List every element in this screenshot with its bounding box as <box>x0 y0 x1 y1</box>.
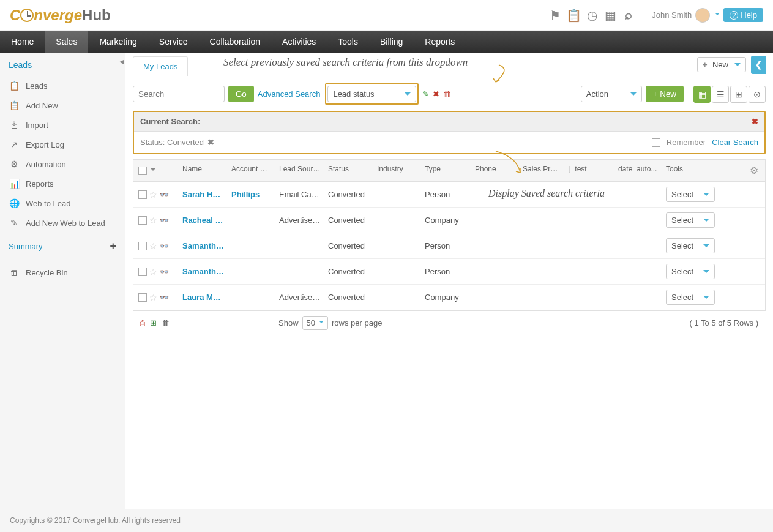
view-icon[interactable]: 👓 <box>160 268 169 276</box>
sidebar-summary[interactable]: Summary + <box>0 233 125 260</box>
sidebar-item-add-new-web-to-lead[interactable]: ✎Add New Web to Lead <box>0 213 125 233</box>
gear-icon[interactable]: ⚙ <box>743 160 765 181</box>
flag-icon[interactable]: ⚑ <box>548 8 562 23</box>
sidebar-item-add-new[interactable]: 📋Add New <box>0 96 125 115</box>
view-icon[interactable]: 👓 <box>160 216 169 225</box>
new-dropdown[interactable]: New <box>697 57 746 72</box>
cell-account[interactable] <box>228 293 275 302</box>
star-icon[interactable]: ☆ <box>149 267 157 277</box>
star-icon[interactable]: ☆ <box>149 293 157 302</box>
sidebar-item-web-to-lead[interactable]: 🌐Web to Lead <box>0 193 125 213</box>
nav-sales[interactable]: Sales <box>45 31 88 53</box>
row-action-dropdown[interactable]: Select <box>666 212 715 228</box>
page-size-dropdown[interactable]: 50 <box>302 316 328 330</box>
new-button[interactable]: + New <box>646 86 684 102</box>
col-type[interactable]: Type <box>421 160 471 181</box>
map-view-button[interactable]: ⊙ <box>749 86 766 103</box>
select-all-checkbox[interactable] <box>138 167 147 175</box>
nav-tools[interactable]: Tools <box>327 31 369 53</box>
star-icon[interactable]: ☆ <box>149 190 157 200</box>
chip-remove-icon[interactable]: ✖ <box>207 138 214 147</box>
pencil-icon[interactable]: ✎ <box>422 89 429 99</box>
user-name[interactable]: John Smith <box>652 10 692 20</box>
star-icon[interactable]: ☆ <box>149 241 157 251</box>
cell-name[interactable]: Samantha ... <box>179 262 228 281</box>
header-right: ⚑ 📋 ◷ ▦ ⌕ John Smith ?Help <box>548 8 763 23</box>
collapse-panel-button[interactable]: ❮ <box>751 56 766 74</box>
view-icon[interactable]: 👓 <box>160 242 169 250</box>
row-action-dropdown[interactable]: Select <box>666 187 715 202</box>
clear-search-link[interactable]: Clear Search <box>712 138 758 147</box>
nav-home[interactable]: Home <box>0 31 45 53</box>
trash-icon[interactable]: 🗑 <box>443 89 451 99</box>
grid-view-button[interactable]: ▦ <box>693 86 711 103</box>
col-sales-process[interactable]: Sales Proces <box>519 160 566 181</box>
view-icon[interactable]: 👓 <box>160 190 169 199</box>
row-action-dropdown[interactable]: Select <box>666 238 715 253</box>
close-icon[interactable]: ✖ <box>752 117 758 126</box>
list-view-button[interactable]: ☰ <box>712 86 729 103</box>
sidebar-recycle[interactable]: 🗑 Recycle Bin <box>0 260 125 285</box>
user-caret-icon[interactable] <box>715 13 720 18</box>
col-jtest[interactable]: j_test <box>566 160 614 181</box>
nav-reports[interactable]: Reports <box>414 31 466 53</box>
cell-account[interactable] <box>228 267 275 277</box>
cell-account[interactable] <box>228 241 275 251</box>
col-status[interactable]: Status <box>324 160 373 181</box>
col-source[interactable]: Lead Source <box>275 160 324 181</box>
pdf-icon[interactable]: ⎙ <box>140 318 145 328</box>
row-action-dropdown[interactable]: Select <box>666 290 715 305</box>
sidebar-collapse-icon[interactable]: ◂ <box>119 56 125 69</box>
excel-icon[interactable]: ⊞ <box>150 318 157 328</box>
sidebar-item-reports[interactable]: 📊Reports <box>0 174 125 193</box>
trash-icon[interactable]: 🗑 <box>162 318 170 328</box>
compass-icon[interactable]: ◷ <box>584 8 599 23</box>
saved-search-dropdown[interactable]: Lead status <box>327 86 416 102</box>
cell-account[interactable]: Phillips <box>228 185 275 204</box>
plus-icon[interactable]: + <box>110 240 116 253</box>
row-checkbox[interactable] <box>138 268 147 276</box>
sidebar-item-import[interactable]: 🗄Import <box>0 115 125 135</box>
col-industry[interactable]: Industry <box>373 160 421 181</box>
tab-my-leads[interactable]: My Leads <box>133 56 188 76</box>
action-dropdown[interactable]: Action <box>581 86 642 102</box>
search-chip[interactable]: Status: Converted✖ <box>140 138 214 147</box>
nav-activities[interactable]: Activities <box>271 31 327 53</box>
col-tools[interactable]: Tools <box>662 160 743 181</box>
sidebar-item-export-log[interactable]: ↗Export Log <box>0 135 125 154</box>
nav-collaboration[interactable]: Collaboration <box>199 31 272 53</box>
avatar[interactable] <box>695 8 710 23</box>
cell-name[interactable]: Racheal B... <box>179 211 228 230</box>
nav-service[interactable]: Service <box>148 31 199 53</box>
cell-name[interactable]: Samantha ... <box>179 236 228 255</box>
calendar-icon[interactable]: ▦ <box>603 8 618 23</box>
help-button[interactable]: ?Help <box>723 8 763 22</box>
row-checkbox[interactable] <box>138 216 147 225</box>
col-phone[interactable]: Phone <box>471 160 519 181</box>
star-icon[interactable]: ☆ <box>149 215 157 225</box>
col-date-auto[interactable]: date_auto... <box>614 160 662 181</box>
go-button[interactable]: Go <box>228 86 254 102</box>
chevron-down-icon[interactable] <box>151 168 155 173</box>
col-name[interactable]: Name <box>179 160 228 181</box>
col-account[interactable]: Account Name <box>228 160 275 181</box>
row-checkbox[interactable] <box>138 190 147 199</box>
nav-marketing[interactable]: Marketing <box>88 31 148 53</box>
sidebar-item-automation[interactable]: ⚙Automation <box>0 154 125 174</box>
nav-billing[interactable]: Billing <box>369 31 414 53</box>
cell-name[interactable]: Sarah Hoff... <box>179 185 228 204</box>
search-icon[interactable]: ⌕ <box>621 8 636 23</box>
remember-checkbox[interactable] <box>652 138 660 147</box>
x-icon[interactable]: ✖ <box>433 89 439 99</box>
cell-name[interactable]: Laura Mor... <box>179 288 228 307</box>
row-checkbox[interactable] <box>138 242 147 250</box>
advanced-search-link[interactable]: Advanced Search <box>258 89 321 99</box>
row-action-dropdown[interactable]: Select <box>666 264 715 279</box>
view-icon[interactable]: 👓 <box>160 293 169 302</box>
search-input[interactable] <box>133 86 225 102</box>
row-checkbox[interactable] <box>138 293 147 302</box>
sidebar-item-leads[interactable]: 📋Leads <box>0 76 125 96</box>
clipboard-icon[interactable]: 📋 <box>566 8 581 23</box>
kanban-view-button[interactable]: ⊞ <box>730 86 747 103</box>
cell-account[interactable] <box>228 215 275 225</box>
